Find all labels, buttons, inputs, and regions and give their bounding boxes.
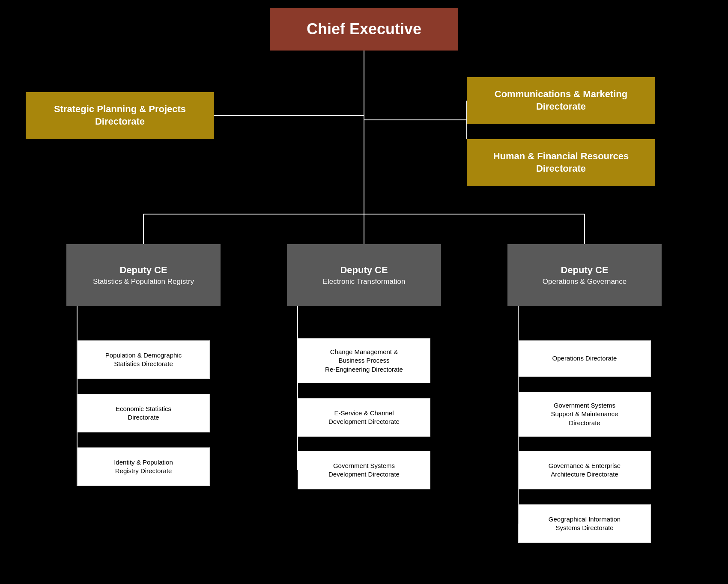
pd-stats-box: Population & Demographic Statistics Dire…	[77, 340, 210, 379]
deputy-et-box: Deputy CE Electronic Transformation	[287, 244, 441, 306]
deputy-et-subtitle: Electronic Transformation	[323, 277, 406, 286]
eservice-box: E-Service & Channel Development Director…	[298, 398, 430, 437]
cmd-box: Communications & Marketing Directorate	[467, 77, 655, 124]
eservice-label: E-Service & Channel Development Director…	[328, 409, 400, 426]
econ-stats-box: Economic Statistics Directorate	[77, 394, 210, 432]
org-chart: Chief Executive Strategic Planning & Pro…	[0, 0, 728, 584]
gov-ent-arch-box: Governance & Enterprise Architecture Dir…	[518, 451, 651, 489]
deputy-og-title: Deputy CE	[561, 265, 608, 276]
ops-dir-box: Operations Directorate	[518, 340, 651, 377]
sppd-label: Strategic Planning & Projects Directorat…	[54, 103, 186, 128]
chief-executive-box: Chief Executive	[270, 8, 458, 51]
hfrd-label: Human & Financial Resources Directorate	[493, 150, 629, 175]
gov-ent-arch-label: Governance & Enterprise Architecture Dir…	[549, 462, 621, 479]
deputy-et-title: Deputy CE	[340, 265, 388, 276]
id-pop-label: Identity & Population Registry Directora…	[114, 458, 173, 476]
id-pop-box: Identity & Population Registry Directora…	[77, 447, 210, 486]
deputy-og-subtitle: Operations & Governance	[543, 277, 627, 286]
gov-sys-support-label: Government Systems Support & Maintenance…	[551, 401, 618, 427]
sppd-box: Strategic Planning & Projects Directorat…	[26, 92, 214, 139]
deputy-stats-title: Deputy CE	[119, 265, 167, 276]
deputy-stats-box: Deputy CE Statistics & Population Regist…	[66, 244, 221, 306]
change-mgmt-label: Change Management & Business Process Re-…	[325, 348, 403, 374]
gov-sys-dev-box: Government Systems Development Directora…	[298, 451, 430, 489]
cmd-label: Communications & Marketing Directorate	[495, 88, 627, 113]
econ-stats-label: Economic Statistics Directorate	[116, 405, 171, 422]
gov-sys-dev-label: Government Systems Development Directora…	[328, 462, 400, 479]
geo-info-box: Geographical Information Systems Directo…	[518, 504, 651, 543]
deputy-stats-subtitle: Statistics & Population Registry	[93, 277, 194, 286]
chief-executive-label: Chief Executive	[307, 20, 421, 38]
change-mgmt-box: Change Management & Business Process Re-…	[298, 338, 430, 383]
geo-info-label: Geographical Information Systems Directo…	[549, 515, 621, 533]
deputy-og-box: Deputy CE Operations & Governance	[507, 244, 662, 306]
pd-stats-label: Population & Demographic Statistics Dire…	[105, 351, 182, 369]
hfrd-box: Human & Financial Resources Directorate	[467, 139, 655, 186]
ops-dir-label: Operations Directorate	[552, 354, 617, 363]
gov-sys-support-box: Government Systems Support & Maintenance…	[518, 392, 651, 437]
